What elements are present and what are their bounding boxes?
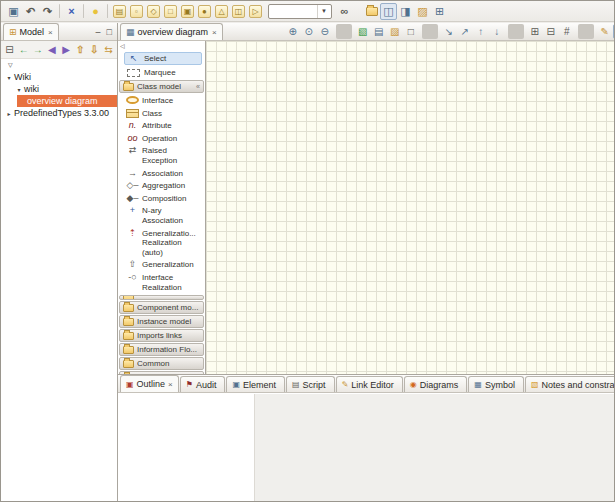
save-icon[interactable]: ▣ (5, 3, 22, 20)
create-class-icon[interactable]: ▫ (128, 3, 145, 20)
tool-operation[interactable]: oo Operation (118, 132, 205, 145)
tool-composition[interactable]: ◆– Composition (118, 192, 205, 205)
tab-element[interactable]: ▣ Element (226, 376, 285, 392)
zoom-in-icon[interactable]: ⊕ (285, 24, 301, 39)
folder-icon (123, 295, 134, 300)
tool-icon: → (126, 169, 139, 178)
tool-nary-association[interactable]: + N-ary Association (118, 204, 205, 226)
move-down-icon[interactable]: ⇩ (88, 42, 101, 57)
chevron-down-icon[interactable]: ▼ (317, 5, 330, 18)
maximize-icon[interactable]: □ (107, 27, 112, 37)
tool-aggregation[interactable]: ◇– Aggregation (118, 179, 205, 192)
arrange-sw-icon[interactable]: ↘ (441, 24, 457, 39)
create-interface-icon[interactable]: ◇ (145, 3, 162, 20)
arrange-down-icon[interactable]: ↓ (489, 24, 505, 39)
save-diagram-icon[interactable]: ▤ (371, 24, 387, 39)
close-icon[interactable]: × (48, 28, 53, 37)
close-icon[interactable]: × (212, 28, 217, 37)
palette-section-free-drawing[interactable]: Free drawing ○ (119, 371, 204, 374)
format-pencil-icon[interactable]: ✎ (597, 24, 613, 39)
tree-item-label: wiki (24, 84, 39, 94)
tab-outline[interactable]: ▣ Outline × (120, 375, 179, 392)
nav-back-icon[interactable]: ← (17, 42, 30, 57)
collapse-all-icon[interactable]: ⊟ (3, 42, 16, 57)
tab-link-editor[interactable]: ✎ Link Editor (336, 376, 403, 392)
tree-item-predefined-types[interactable]: ▸ PredefinedTypes 3.3.00 (1, 107, 117, 119)
nav-forward-icon[interactable]: → (31, 42, 44, 57)
outline-view-content (118, 393, 614, 501)
palette-section-class-model[interactable]: Class model « (119, 80, 204, 93)
tool-label: Interface Realization (142, 273, 200, 292)
create-diagram-icon[interactable]: ▷ (247, 3, 264, 20)
link-with-editor-icon[interactable]: ⇆ (102, 42, 115, 57)
zoom-original-icon[interactable]: ⊙ (301, 24, 317, 39)
hash-grid-icon[interactable]: # (559, 24, 575, 39)
create-datatype-icon[interactable]: □ (162, 3, 179, 20)
search-icon[interactable]: ∞ (336, 3, 353, 20)
tab-model[interactable]: ⊞ Model × (3, 23, 59, 40)
tool-class[interactable]: Class (118, 107, 205, 120)
palette-section-component-model[interactable]: Component mo... (119, 301, 204, 314)
align-icon[interactable]: ⊞ (527, 24, 543, 39)
tool-marquee[interactable]: Marquee (124, 66, 202, 79)
tool-attribute[interactable]: n. Attribute (118, 119, 205, 132)
palette-section-clipped[interactable] (119, 295, 204, 300)
distribute-icon[interactable]: ⊟ (543, 24, 559, 39)
minimize-icon[interactable]: – (96, 27, 101, 37)
create-usecase-icon[interactable]: △ (213, 3, 230, 20)
palette-collapse-icon[interactable]: ◁ (118, 42, 205, 51)
pin-icon[interactable]: « (196, 83, 200, 90)
mail-diagram-icon[interactable]: ▨ (387, 24, 403, 39)
update-suggestion-icon[interactable]: ● (87, 3, 104, 20)
create-package-icon[interactable]: ▤ (111, 3, 128, 20)
close-icon[interactable]: × (168, 380, 173, 389)
next-selection-icon[interactable]: ▶ (60, 42, 73, 57)
tool-interface[interactable]: Interface (118, 94, 205, 107)
perspective-other-icon[interactable]: ⊞ (431, 3, 448, 20)
tool-association[interactable]: → Association (118, 167, 205, 180)
tree-expander-icon[interactable]: ▾ (4, 74, 14, 81)
tool-raised-exception[interactable]: ⇄ Raised Exception (118, 144, 205, 166)
tool-generalization-realization-auto[interactable]: ⇡ Generalizatio... Realization (auto) (118, 227, 205, 259)
tool-generalization[interactable]: ⇧ Generalization (118, 258, 205, 271)
move-up-icon[interactable]: ⇧ (74, 42, 87, 57)
tool-select[interactable]: ↖ Select (124, 52, 202, 65)
tree-expander-icon[interactable]: ▸ (4, 110, 14, 117)
search-combo[interactable]: ▼ (268, 4, 332, 19)
export-image-icon[interactable]: ▧ (355, 24, 371, 39)
tab-diagrams[interactable]: ◉ Diagrams (404, 376, 468, 392)
create-component-icon[interactable]: ◫ (230, 3, 247, 20)
previous-selection-icon[interactable]: ◀ (45, 42, 58, 57)
tool-interface-realization[interactable]: -○ Interface Realization (118, 271, 205, 293)
arrange-up-icon[interactable]: ↑ (473, 24, 489, 39)
view-menu-icon[interactable]: ▽ (8, 61, 13, 68)
tab-audit[interactable]: ⚑ Audit (180, 376, 226, 392)
palette-section-common[interactable]: Common (119, 357, 204, 370)
palette-section-information-flow[interactable]: Information Flo... (119, 343, 204, 356)
arrange-ne-icon[interactable]: ↗ (457, 24, 473, 39)
perspective-modeling-icon[interactable]: ◫ (380, 3, 397, 20)
zoom-out-icon[interactable]: ⊖ (317, 24, 333, 39)
tab-script[interactable]: ▤ Script (286, 376, 335, 392)
palette-section-imports-links[interactable]: Imports links (119, 329, 204, 342)
tree-item-wiki-project[interactable]: ▾ Wiki (1, 71, 117, 83)
undo-icon[interactable]: ↶ (22, 3, 39, 20)
tab-notes[interactable]: ▧ Notes and constraints (525, 376, 614, 392)
create-enumeration-icon[interactable]: ▣ (179, 3, 196, 20)
tree-expander-icon[interactable]: ▾ (14, 86, 24, 93)
grid-visible-icon[interactable]: ⊞ (613, 24, 614, 39)
palette-section-instance-model[interactable]: Instance model (119, 315, 204, 328)
tab-overview-diagram[interactable]: ▦ overview diagram × (120, 23, 223, 40)
open-perspective-folder-icon[interactable] (363, 3, 380, 20)
create-actor-icon[interactable]: ● (196, 3, 213, 20)
tree-item-overview-diagram[interactable]: overview diagram (17, 95, 117, 107)
perspective-analyst-icon[interactable]: ▨ (414, 3, 431, 20)
configure-icon[interactable]: × (63, 3, 80, 20)
outline-preview-area[interactable] (118, 394, 255, 501)
diagram-canvas[interactable] (206, 41, 614, 374)
page-setup-icon[interactable]: □ (403, 24, 419, 39)
redo-icon[interactable]: ↷ (39, 3, 56, 20)
tab-symbol[interactable]: ▦ Symbol (468, 376, 524, 392)
tree-item-wiki-package[interactable]: ▾ wiki (1, 83, 117, 95)
perspective-diagram-icon[interactable]: ◨ (397, 3, 414, 20)
